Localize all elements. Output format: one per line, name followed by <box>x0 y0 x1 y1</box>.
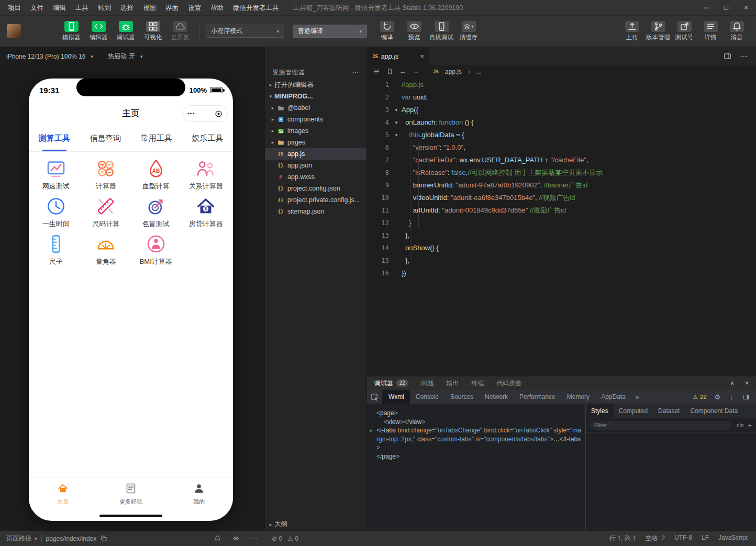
fold-icon[interactable]: ▾ <box>391 104 402 116</box>
tree-item-components[interactable]: ▸components <box>265 114 366 125</box>
explorer-more-icon[interactable]: ⋯ <box>352 69 360 76</box>
styles-tab-Styles[interactable]: Styles <box>586 404 614 418</box>
toolbar-button-版本管理[interactable]: 版本管理 <box>646 21 671 41</box>
app-item-尺子[interactable]: 尺子 <box>31 231 81 268</box>
app-item-色盲测试[interactable]: 色盲测试 <box>131 194 181 230</box>
app-item-一生时间[interactable]: 一生时间 <box>31 194 81 230</box>
app-item-量角器[interactable]: 量角器 <box>81 231 131 268</box>
toolbar-button-上传[interactable]: 上传 <box>619 21 644 41</box>
devtools-tab-Wxml[interactable]: Wxml <box>383 390 410 404</box>
menu-item-视图[interactable]: 视图 <box>138 0 161 16</box>
app-item-网速测试[interactable]: 网速测试 <box>31 156 81 193</box>
devtools-tab-AppData[interactable]: AppData <box>595 390 631 404</box>
menu-item-界面[interactable]: 界面 <box>161 0 183 16</box>
tree-item-project.private.config.js...[interactable]: {}project.private.config.js... <box>265 194 366 206</box>
toolbar-button-云开发[interactable]: 云开发 <box>168 21 193 41</box>
phone-tab-测算工具[interactable]: 测算工具 <box>29 126 80 151</box>
code-line-12[interactable]: 12 } <box>367 217 756 229</box>
copy-path-icon[interactable] <box>101 535 107 542</box>
phone-tab-信息查询[interactable]: 信息查询 <box>80 126 131 151</box>
tree-item-project.config.json[interactable]: {}project.config.json <box>265 183 366 194</box>
code-line-4[interactable]: 4▾ onLaunch: function () { <box>367 116 756 129</box>
tabbar-item-我的[interactable]: 我的 <box>165 477 233 510</box>
maximize-button[interactable]: □ <box>716 0 736 16</box>
tree-item-app.json[interactable]: {}app.json <box>265 160 366 171</box>
minimize-capsule-icon[interactable] <box>215 110 223 118</box>
code-line-1[interactable]: 1//app.js <box>367 79 756 91</box>
toolbar-button-编译[interactable]: 编译 <box>374 21 399 41</box>
wxml-node[interactable]: <page> <box>376 409 582 418</box>
toolbar-button-真机调试[interactable]: 真机调试 <box>429 21 454 41</box>
device-selector[interactable]: iPhone 12/13 (Pro) 100% 16▾ <box>6 53 93 60</box>
code-line-16[interactable]: 16}) <box>367 267 756 280</box>
devtools-tab-Console[interactable]: Console <box>410 390 444 404</box>
open-editors-section[interactable]: ▸ 打开的编辑器 <box>265 79 366 91</box>
debug-tab-终端[interactable]: 终端 <box>471 379 484 388</box>
wxml-tree[interactable]: <page><view></view>▸<t-tabs bind:change=… <box>367 404 585 530</box>
status-item-行 1, 列 1[interactable]: 行 1, 列 1 <box>609 534 636 543</box>
close-panel-icon[interactable]: × <box>745 380 749 387</box>
app-item-计算器[interactable]: 计算器 <box>81 156 131 193</box>
code-area[interactable]: 1//app.js2var uuid;3▾App({4▾ onLaunch: f… <box>367 77 756 376</box>
menu-item-选择[interactable]: 选择 <box>116 0 138 16</box>
hot-reload-toggle[interactable]: 热启动开▾ <box>108 52 143 61</box>
avatar[interactable] <box>7 24 21 38</box>
outline-icon[interactable] <box>373 68 380 75</box>
notifications-icon[interactable] <box>214 535 221 542</box>
status-item-JavaScript[interactable]: JavaScript <box>718 534 748 543</box>
capsule-menu[interactable]: ••• <box>182 105 228 122</box>
fold-icon[interactable]: ▾ <box>391 129 402 141</box>
mode-select[interactable]: 小程序模式▾ <box>206 25 284 38</box>
wxml-node[interactable]: ▸<t-tabs bind:change="onTabsChange" bind… <box>376 426 582 452</box>
back-icon[interactable]: ← <box>399 68 406 75</box>
toolbar-button-清缓存[interactable]: ▾清缓存 <box>456 21 481 41</box>
inspect-element-icon[interactable] <box>367 390 383 404</box>
tree-item-images[interactable]: ▸images <box>265 125 366 137</box>
editor-tab-app-js[interactable]: JS app.js × <box>367 47 430 65</box>
compile-mode-select[interactable]: 普通编译▾ <box>293 25 367 38</box>
tree-item-@babel[interactable]: ▸@babel <box>265 102 366 114</box>
code-line-7[interactable]: 7 "cacheFileDir": wx.env.USER_DATA_PATH … <box>367 154 756 166</box>
debug-tab-问题[interactable]: 问题 <box>421 379 433 388</box>
toolbar-button-编辑器[interactable]: 编辑器 <box>86 21 111 41</box>
code-line-8[interactable]: 8 "isRelease": false,//可以网络控制 用于上架屏蔽某些页面… <box>367 166 756 179</box>
outline-section[interactable]: ▸ 大纲 <box>265 518 366 530</box>
more-dots-icon[interactable]: ••• <box>187 111 195 116</box>
devtools-tab-Sources[interactable]: Sources <box>444 390 479 404</box>
devtools-tab-Performance[interactable]: Performance <box>514 390 561 404</box>
toolbar-button-消息[interactable]: 消息 <box>724 21 749 41</box>
toolbar-button-详情[interactable]: 详情 <box>698 21 723 41</box>
menu-item-编辑[interactable]: 编辑 <box>48 0 71 16</box>
close-tab-icon[interactable]: × <box>420 52 424 60</box>
code-line-3[interactable]: 3▾App({ <box>367 104 756 116</box>
debug-tab-调试器[interactable]: 调试器22 <box>374 379 408 388</box>
status-item-空格: 2[interactable]: 空格: 2 <box>646 534 665 543</box>
breadcrumb[interactable]: app.js <box>445 68 462 75</box>
tree-item-sitemap.json[interactable]: {}sitemap.json <box>265 206 366 217</box>
tabbar-item-更多好玩[interactable]: 更多好玩 <box>97 477 165 510</box>
devtools-menu-icon[interactable]: ⋮ <box>728 393 735 401</box>
styles-tab-Computed[interactable]: Computed <box>614 404 653 418</box>
devtools-tab-Memory[interactable]: Memory <box>561 390 595 404</box>
toolbar-button-可视化[interactable]: 可视化 <box>140 21 165 41</box>
devtools-settings-icon[interactable]: ⚙ <box>714 393 720 401</box>
code-line-13[interactable]: 13 }, <box>367 229 756 242</box>
tree-item-app.wxss[interactable]: #app.wxss <box>265 171 366 183</box>
close-button[interactable]: × <box>736 0 756 16</box>
styles-filter-input[interactable] <box>590 421 731 430</box>
menu-item-帮助[interactable]: 帮助 <box>206 0 228 16</box>
tabbar-item-主页[interactable]: 主页 <box>29 477 97 510</box>
status-item-LF[interactable]: LF <box>702 534 709 543</box>
code-line-15[interactable]: 15 }, <box>367 254 756 267</box>
code-line-5[interactable]: 5▾ this.globalData = { <box>367 129 756 141</box>
wxml-node[interactable]: </page> <box>376 452 582 461</box>
breadcrumb-more[interactable]: ... <box>476 68 482 75</box>
page-path-selector[interactable]: 页面路径▾ <box>6 534 37 543</box>
tree-item-app.js[interactable]: JSapp.js <box>265 148 366 160</box>
devtools-tab-Network[interactable]: Network <box>479 390 514 404</box>
console-warnings-badge[interactable]: ⚠ 22 <box>693 394 706 400</box>
watch-icon[interactable] <box>232 535 239 542</box>
more-tabs-icon[interactable]: » <box>631 393 643 401</box>
code-line-2[interactable]: 2var uuid; <box>367 91 756 104</box>
code-line-6[interactable]: 6 "version": "1.0.0", <box>367 141 756 154</box>
